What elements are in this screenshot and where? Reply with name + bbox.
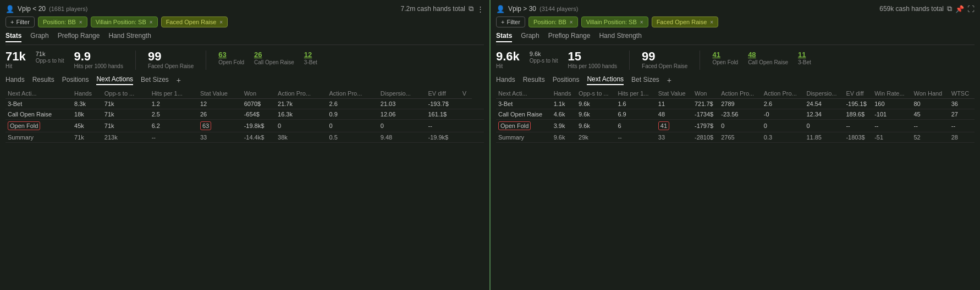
filter-tag-1[interactable]: Villain Position: SB × bbox=[581, 16, 648, 27]
cell-2-0: Open Fold bbox=[496, 120, 552, 132]
filter-tag-0[interactable]: Position: BB × bbox=[528, 16, 578, 27]
cell-2-10: -- bbox=[872, 120, 911, 132]
stat-link-5[interactable]: 12 bbox=[304, 51, 317, 59]
stat-link-4[interactable]: 26 bbox=[254, 51, 294, 59]
stat-sub-opps: 71k bbox=[36, 51, 64, 57]
cell-0-3: 1.2 bbox=[150, 99, 198, 109]
filter-button[interactable]: + Filter bbox=[5, 16, 35, 27]
expand-icon[interactable]: ⛶ bbox=[967, 5, 975, 13]
stat-call-open
raise: 48Call Open Raise bbox=[748, 51, 788, 66]
close-icon[interactable]: × bbox=[219, 19, 223, 25]
col-header-0: Next Acti... bbox=[5, 88, 72, 99]
cell-2-11: -- bbox=[911, 120, 949, 132]
tab-stats[interactable]: Stats bbox=[496, 32, 512, 42]
stat-big-hits: 15 bbox=[568, 51, 618, 63]
cell-2-12: -- bbox=[949, 120, 975, 132]
sub-tabs: HandsResultsPositionsNext ActionsBet Siz… bbox=[5, 75, 484, 85]
tab-hand-strength[interactable]: Hand Strength bbox=[599, 32, 641, 42]
next-actions-table: Next Acti...HandsOpp-s to ...Hits per 1.… bbox=[5, 88, 484, 143]
table-wrapper: Next Acti...HandsOpp-s to ...Hits per 1.… bbox=[5, 88, 484, 143]
cell-3-5: -14.4k$ bbox=[242, 132, 276, 143]
sub-tab-hands[interactable]: Hands bbox=[496, 76, 515, 85]
cell-3-11: 52 bbox=[911, 132, 949, 143]
stat-label-4: Call Open Raise bbox=[748, 59, 788, 66]
col-header-5: Won bbox=[692, 88, 719, 99]
cell-1-8: 12.34 bbox=[804, 109, 844, 120]
cell-3-0: Summary bbox=[5, 132, 72, 143]
close-icon[interactable]: × bbox=[640, 19, 643, 25]
panel-left: 👤Vpip < 20(1681 players)7.2m cash hands … bbox=[0, 0, 491, 290]
filter-button[interactable]: + Filter bbox=[496, 16, 525, 27]
stat-link-4[interactable]: 48 bbox=[748, 51, 788, 59]
filter-tag-0[interactable]: Position: BB × bbox=[38, 16, 87, 27]
cell-2-6: 0 bbox=[719, 120, 762, 132]
col-header-0: Next Acti... bbox=[496, 88, 552, 99]
sub-tab-hands[interactable]: Hands bbox=[5, 76, 25, 85]
cell-2-2: 71k bbox=[102, 120, 150, 132]
cell-2-4: 63 bbox=[198, 120, 242, 132]
sub-tab-results[interactable]: Results bbox=[523, 76, 545, 85]
top-bar: 👤Vpip < 20(1681 players)7.2m cash hands … bbox=[5, 4, 484, 13]
sub-tab-next-actions[interactable]: Next Actions bbox=[96, 75, 133, 85]
player-count: (1681 players) bbox=[49, 5, 87, 12]
col-header-2: Opp-s to ... bbox=[576, 88, 615, 99]
stat-label-opps: Opp-s to hit bbox=[36, 57, 64, 64]
cell-1-4: 26 bbox=[198, 109, 242, 120]
col-header-6: Action Pro... bbox=[276, 88, 327, 99]
col-header-4: Stat Value bbox=[656, 88, 692, 99]
filter-tag-1[interactable]: Villain Position: SB × bbox=[91, 16, 158, 27]
close-icon[interactable]: × bbox=[150, 19, 153, 25]
cell-1-5: -654$ bbox=[242, 109, 276, 120]
more-icon[interactable]: ⋮ bbox=[477, 5, 484, 13]
cell-3-11 bbox=[472, 132, 478, 143]
filter-tag-2[interactable]: Faced Open Raise × bbox=[161, 16, 228, 27]
sub-tab-bet-sizes[interactable]: Bet Sizes bbox=[631, 76, 659, 85]
copy-icon[interactable]: ⧉ bbox=[469, 4, 474, 13]
tab-graph[interactable]: Graph bbox=[521, 32, 539, 42]
cell-1-9: 189.6$ bbox=[844, 109, 872, 120]
add-tab-button[interactable]: + bbox=[177, 76, 181, 85]
main-tabs: StatsGraphPreflop RangeHand Strength bbox=[496, 32, 975, 45]
stat-highlight: 41 bbox=[658, 121, 669, 130]
top-left: 👤Vpip < 20(1681 players) bbox=[5, 5, 87, 13]
tab-preflop-range[interactable]: Preflop Range bbox=[58, 32, 100, 42]
panel-right: 👤Vpip > 30(3144 players)659k cash hands … bbox=[491, 0, 980, 290]
cell-1-12 bbox=[478, 109, 484, 120]
cell-0-5: 721.7$ bbox=[692, 99, 719, 109]
sub-tab-positions[interactable]: Positions bbox=[62, 76, 89, 85]
close-icon[interactable]: × bbox=[570, 19, 573, 25]
tab-graph[interactable]: Graph bbox=[30, 32, 48, 42]
stat-label-hits: Hits per 1000 hands bbox=[568, 63, 618, 70]
stat-link-3[interactable]: 63 bbox=[218, 51, 244, 59]
sub-tab-positions[interactable]: Positions bbox=[553, 76, 580, 85]
stat-label-faced: Faced Open Raise bbox=[642, 63, 687, 70]
add-tab-button[interactable]: + bbox=[667, 76, 671, 85]
cell-0-7: 2.6 bbox=[762, 99, 805, 109]
sub-tab-next-actions[interactable]: Next Actions bbox=[587, 75, 624, 85]
cell-1-7: -0 bbox=[762, 109, 805, 120]
cell-2-11 bbox=[472, 120, 478, 132]
tab-hand-strength[interactable]: Hand Strength bbox=[108, 32, 151, 42]
pin-icon[interactable]: 📌 bbox=[955, 5, 964, 13]
copy-icon[interactable]: ⧉ bbox=[947, 4, 952, 13]
stat-link-3[interactable]: 41 bbox=[712, 51, 738, 59]
col-header-7: Action Pro... bbox=[762, 88, 805, 99]
sub-tab-results[interactable]: Results bbox=[32, 76, 54, 85]
table-row: Summary9.6k29k--33-2810$27650.311.85-180… bbox=[496, 132, 975, 143]
cell-0-1: 1.1k bbox=[552, 99, 576, 109]
plus-icon: + bbox=[501, 19, 504, 25]
col-header-10: Win Rate... bbox=[872, 88, 911, 99]
top-bar: 👤Vpip > 30(3144 players)659k cash hands … bbox=[496, 4, 975, 13]
tab-preflop-range[interactable]: Preflop Range bbox=[548, 32, 591, 42]
stat-link-5[interactable]: 11 bbox=[798, 51, 811, 59]
tab-stats[interactable]: Stats bbox=[5, 32, 21, 42]
cell-0-8: 24.54 bbox=[804, 99, 844, 109]
cell-2-3: 6.2 bbox=[150, 120, 198, 132]
cell-2-7: 0 bbox=[762, 120, 805, 132]
close-icon[interactable]: × bbox=[79, 19, 82, 25]
filter-tag-2[interactable]: Faced Open Raise × bbox=[652, 16, 719, 27]
stat-label-opps: Opp-s to hit bbox=[530, 57, 558, 64]
close-icon[interactable]: × bbox=[710, 19, 713, 25]
cell-3-10 bbox=[460, 132, 472, 143]
sub-tab-bet-sizes[interactable]: Bet Sizes bbox=[141, 76, 169, 85]
